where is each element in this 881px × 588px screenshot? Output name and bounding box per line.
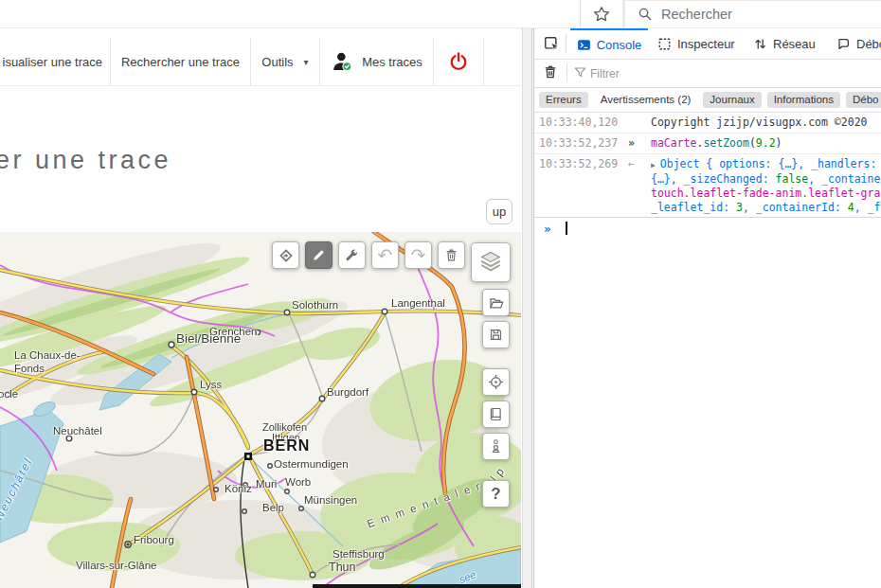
divider bbox=[566, 34, 566, 53]
star-icon bbox=[592, 5, 611, 24]
console-icon bbox=[577, 38, 591, 52]
tab-console[interactable]: Console bbox=[570, 28, 648, 59]
wrench-icon bbox=[344, 247, 360, 263]
trash-icon bbox=[443, 247, 459, 263]
timestamp: 10:33:40,120 bbox=[539, 116, 618, 130]
console-input-line[interactable]: » bbox=[534, 217, 881, 240]
leaflet-map[interactable]: Solothurn Langenthal Grenchen Biel/Bienn… bbox=[0, 232, 521, 588]
logout-button[interactable] bbox=[434, 38, 484, 85]
map-label: ocle bbox=[0, 388, 18, 400]
save-icon bbox=[488, 327, 504, 343]
draw-tool-button[interactable] bbox=[305, 241, 333, 269]
expand-object-toggle[interactable]: ▶ bbox=[651, 161, 656, 169]
console-filter-input[interactable] bbox=[588, 63, 800, 84]
map-label: Langenthal bbox=[391, 297, 445, 309]
filter-journaux[interactable]: Journaux bbox=[703, 92, 761, 108]
pencil-icon bbox=[311, 247, 327, 263]
url-bar[interactable] bbox=[0, 0, 580, 27]
folder-open-icon bbox=[488, 294, 505, 312]
filter-informations[interactable]: Informations bbox=[767, 92, 840, 108]
result-arrow-icon: ← bbox=[628, 157, 635, 171]
layers-control[interactable] bbox=[471, 242, 511, 282]
map-label: Belp bbox=[262, 502, 284, 513]
site-navigation: isualiser une trace Rechercher une trace… bbox=[0, 38, 521, 86]
open-file-control[interactable] bbox=[482, 289, 510, 316]
tab-inspecteur[interactable]: Inspecteur bbox=[657, 28, 735, 59]
filter-debogage[interactable]: Débo bbox=[846, 92, 881, 108]
trash-icon bbox=[542, 63, 559, 80]
delete-button[interactable] bbox=[438, 241, 465, 269]
browser-search-field[interactable]: Rechercher bbox=[625, 1, 881, 27]
map-label: Steffisburg bbox=[333, 548, 385, 560]
map-label: Burgdorf bbox=[327, 386, 369, 398]
map-label: Fonds bbox=[14, 363, 45, 374]
help-control[interactable]: ? bbox=[482, 480, 510, 508]
undo-icon: ↶ bbox=[378, 246, 393, 264]
filter-avertissements[interactable]: Avertissements (2) bbox=[594, 92, 698, 108]
devtools-tabbar: Console Inspecteur Réseau Débo bbox=[534, 28, 881, 60]
search-placeholder: Rechercher bbox=[661, 7, 732, 22]
map-label: Ostermundigen bbox=[274, 458, 349, 470]
timestamp: 10:33:52,237 bbox=[539, 136, 618, 151]
inspector-icon bbox=[657, 37, 672, 51]
text-cursor bbox=[566, 222, 567, 235]
pegman-icon bbox=[488, 438, 504, 454]
locate-icon bbox=[487, 373, 505, 391]
divider bbox=[566, 63, 567, 82]
tools-button[interactable] bbox=[338, 241, 366, 269]
nav-item-mes-traces[interactable]: Mes traces bbox=[320, 38, 434, 85]
input-echo-icon: » bbox=[628, 136, 635, 151]
map-label: Solothurn bbox=[292, 299, 338, 311]
map-label: Muri bbox=[256, 478, 277, 490]
map-label: Villars-sur-Glâne bbox=[76, 560, 156, 571]
application-window: Rechercher isualiser une trace Recherche… bbox=[0, 0, 881, 588]
nav-item-rechercher[interactable]: Rechercher une trace bbox=[111, 38, 251, 85]
map-label: Lyss bbox=[200, 379, 222, 390]
map-label: La Chaux-de- bbox=[14, 349, 81, 361]
console-output: 10:33:40,120 Copyright jzijp/visugpx.com… bbox=[534, 113, 881, 240]
save-control[interactable] bbox=[482, 321, 510, 348]
pick-element-button[interactable] bbox=[539, 28, 564, 59]
filter-icon bbox=[573, 65, 587, 80]
devtools-panel: Console Inspecteur Réseau Débo bbox=[533, 28, 881, 588]
map-label: Worb bbox=[285, 476, 311, 488]
devtools-splitter[interactable] bbox=[522, 28, 532, 588]
timestamp: 10:33:52,269 bbox=[539, 157, 618, 171]
scroll-up-button[interactable]: up bbox=[486, 199, 512, 224]
map-label: Fribourg bbox=[134, 534, 174, 545]
map-label: Münsingen bbox=[304, 494, 357, 506]
guide-control[interactable] bbox=[482, 401, 510, 428]
undo-button[interactable]: ↶ bbox=[371, 241, 399, 269]
waypoint-tool-button[interactable] bbox=[272, 241, 299, 269]
locate-control[interactable] bbox=[482, 368, 510, 396]
filter-erreurs[interactable]: Erreurs bbox=[539, 92, 588, 108]
debugger-icon bbox=[836, 37, 851, 51]
tab-debogueur[interactable]: Débo bbox=[836, 28, 881, 59]
redo-button[interactable]: ↷ bbox=[405, 241, 432, 269]
user-avatar-icon bbox=[331, 50, 353, 73]
chevron-down-icon: ▾ bbox=[304, 57, 309, 67]
redo-icon: ↷ bbox=[411, 246, 426, 264]
console-filter-bar: Erreurs Avertissements (2) Journaux Info… bbox=[534, 87, 881, 113]
search-icon bbox=[638, 7, 653, 22]
pick-element-icon bbox=[543, 35, 561, 53]
console-toolbar bbox=[534, 59, 881, 88]
book-icon bbox=[488, 406, 504, 422]
clear-console-button[interactable] bbox=[542, 63, 559, 80]
console-prompt-icon: » bbox=[544, 222, 551, 236]
waypoint-icon bbox=[278, 247, 295, 264]
map-label: Biel/Bienne bbox=[176, 331, 241, 346]
console-log-row: 10:33:40,120 Copyright jzijp/visugpx.com… bbox=[534, 113, 881, 134]
map-tiles bbox=[0, 232, 521, 588]
tab-reseau[interactable]: Réseau bbox=[753, 28, 816, 59]
streetview-control[interactable] bbox=[482, 433, 510, 460]
bookmark-star-button[interactable] bbox=[580, 0, 622, 27]
browser-toolbar: Rechercher bbox=[0, 0, 881, 29]
nav-item-visualiser[interactable]: isualiser une trace bbox=[0, 38, 111, 85]
map-label: BERN bbox=[263, 437, 310, 454]
console-result-row: 10:33:52,269 ← ▶Object { options: {…}, _… bbox=[534, 154, 881, 218]
network-icon bbox=[753, 37, 767, 51]
map-label: Köniz bbox=[225, 483, 252, 494]
map-label: Neuchâtel bbox=[53, 425, 102, 437]
nav-item-outils[interactable]: Outils▾ bbox=[251, 38, 320, 85]
